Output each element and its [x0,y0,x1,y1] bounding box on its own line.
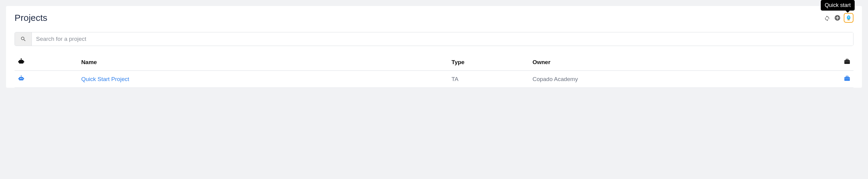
column-header-owner[interactable]: Owner [529,54,818,71]
briefcase-icon [844,58,850,64]
cell-action [818,71,854,88]
briefcase-icon[interactable] [844,75,850,81]
svg-rect-3 [19,61,20,62]
svg-point-1 [848,16,849,17]
svg-point-6 [22,61,23,62]
svg-point-15 [20,78,21,79]
projects-panel: Projects Quick start [6,6,862,88]
rocket-icon [845,15,851,21]
project-name-link[interactable]: Quick Start Project [78,71,448,88]
page-title: Projects [14,13,47,23]
svg-point-5 [20,61,21,62]
projects-table: Name Type Owner Quick Start Project TA [14,54,854,88]
column-header-name[interactable]: Name [78,54,448,71]
column-header-icon [14,54,78,71]
table-row[interactable]: Quick Start Project TA Copado Academy [14,71,854,88]
svg-point-18 [21,75,22,76]
svg-rect-9 [844,60,850,64]
svg-rect-11 [844,62,850,62]
search-bar [14,32,854,46]
cell-owner: Copado Academy [529,71,818,88]
svg-rect-10 [846,59,848,61]
add-button[interactable] [834,14,841,22]
robot-icon [18,58,25,65]
svg-rect-2 [19,60,23,64]
cell-icon [14,71,78,88]
column-header-type[interactable]: Type [448,54,529,71]
svg-rect-19 [844,77,850,81]
svg-rect-13 [19,78,20,79]
svg-rect-20 [846,76,848,77]
header-actions: Quick start [823,13,854,23]
table-header-row: Name Type Owner [14,54,854,71]
search-icon [15,32,32,46]
header-row: Projects Quick start [14,13,854,23]
svg-point-8 [21,58,22,59]
svg-point-16 [22,78,23,79]
robot-icon [18,75,25,82]
search-input[interactable] [32,32,853,46]
quick-start-tooltip: Quick start [821,0,855,10]
cell-type: TA [448,71,529,88]
svg-rect-4 [23,61,24,62]
refresh-button[interactable] [823,14,831,22]
quick-start-button[interactable]: Quick start [844,13,854,23]
svg-rect-21 [844,79,850,79]
column-header-action [818,54,854,71]
svg-rect-12 [19,77,23,80]
svg-rect-14 [23,78,24,79]
